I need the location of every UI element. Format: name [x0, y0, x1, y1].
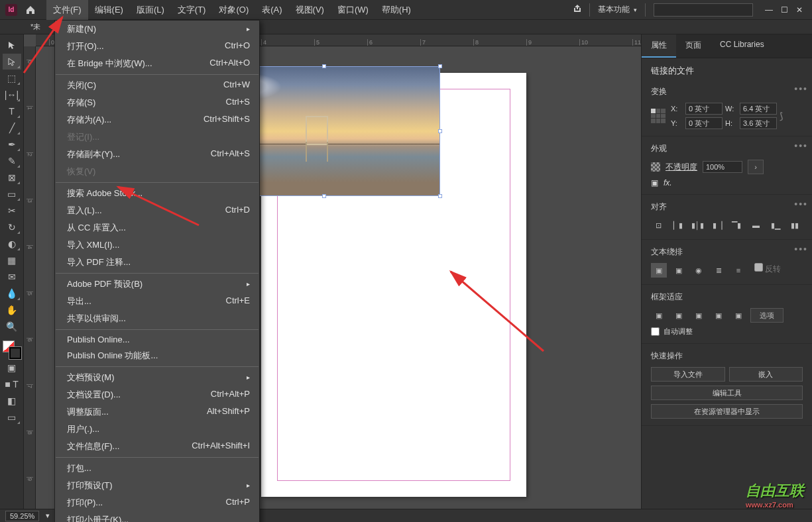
- menu-item[interactable]: Publish Online 功能板...: [55, 347, 259, 364]
- fit-content-icon[interactable]: ▣: [691, 308, 707, 323]
- align-right-icon[interactable]: ▮▕: [709, 218, 725, 233]
- wrap-shape-icon[interactable]: ◉: [691, 263, 707, 278]
- minimize-icon[interactable]: —: [765, 5, 773, 15]
- scissors-tool[interactable]: ✂: [3, 203, 21, 219]
- maximize-icon[interactable]: ☐: [781, 5, 788, 15]
- tab-pages[interactable]: 页面: [676, 34, 711, 58]
- more-options-icon[interactable]: •••: [794, 83, 808, 94]
- document-tab[interactable]: *未: [24, 20, 47, 34]
- apply-color-icon[interactable]: ■ T: [3, 376, 21, 392]
- menu-item[interactable]: 调整版面...Alt+Shift+P: [55, 403, 259, 421]
- align-left-icon[interactable]: ▏▮: [670, 218, 685, 233]
- screen-mode-icon[interactable]: ▭: [3, 409, 21, 425]
- align-vcenter-icon[interactable]: ▬: [748, 218, 764, 233]
- opacity-input[interactable]: [703, 161, 742, 173]
- menu-item[interactable]: 文件信息(F)...Ctrl+Alt+Shift+I: [55, 438, 259, 455]
- reference-point-widget[interactable]: [651, 109, 666, 123]
- zoom-level[interactable]: 59.25%: [5, 511, 39, 521]
- menu-item[interactable]: 打印预设(T): [55, 477, 259, 494]
- menu-item[interactable]: 打印小册子(K)...: [55, 511, 259, 522]
- gap-tool[interactable]: |↔|: [3, 87, 21, 103]
- fitting-options-button[interactable]: 选项: [750, 308, 783, 323]
- menu-表[interactable]: 表(A): [255, 0, 288, 20]
- edit-tool-button[interactable]: 编辑工具: [651, 386, 803, 400]
- fill-stroke-swatches[interactable]: [3, 340, 21, 359]
- note-tool[interactable]: ✉: [3, 269, 21, 285]
- search-field[interactable]: [654, 3, 753, 17]
- share-icon[interactable]: [565, 3, 589, 16]
- menu-item[interactable]: Publish Online...: [55, 332, 259, 347]
- w-input[interactable]: [740, 103, 777, 115]
- fit-center-icon[interactable]: ▣: [730, 308, 746, 323]
- menu-版面[interactable]: 版面(L): [130, 0, 171, 20]
- menu-item[interactable]: 在 Bridge 中浏览(W)...Ctrl+Alt+O: [55, 55, 259, 72]
- menu-item[interactable]: 置入(L)...Ctrl+D: [55, 202, 259, 219]
- wrap-jump-icon[interactable]: ≣: [711, 263, 726, 278]
- menu-item[interactable]: 新建(N): [55, 21, 259, 38]
- zoom-tool[interactable]: 🔍: [3, 319, 21, 335]
- menu-文件[interactable]: 文件(F): [46, 0, 88, 20]
- menu-item[interactable]: 搜索 Adobe Stock...: [55, 185, 259, 202]
- tab-properties[interactable]: 属性: [642, 34, 676, 58]
- menu-item[interactable]: 文档预设(M): [55, 369, 259, 386]
- tab-cc-libraries[interactable]: CC Libraries: [711, 34, 774, 58]
- align-top-icon[interactable]: ▔▮: [729, 218, 744, 233]
- type-tool[interactable]: T: [3, 103, 21, 119]
- menu-帮助[interactable]: 帮助(H): [375, 0, 418, 20]
- align-frame-icon[interactable]: ⊡: [651, 218, 666, 233]
- fit-frame-icon[interactable]: ▣: [711, 308, 726, 323]
- menu-窗口[interactable]: 窗口(W): [331, 0, 375, 20]
- menu-item[interactable]: 打开(O)...Ctrl+O: [55, 38, 259, 55]
- menu-item[interactable]: 导入 PDF 注释...: [55, 254, 259, 271]
- rectangle-tool[interactable]: ▭: [3, 186, 21, 202]
- menu-对象[interactable]: 对象(O): [212, 0, 255, 20]
- workspace-switcher[interactable]: 基本功能 ▾: [589, 3, 646, 17]
- menu-文字[interactable]: 文字(T): [171, 0, 213, 20]
- reveal-in-explorer-button[interactable]: 在资源管理器中显示: [651, 404, 803, 419]
- fx-target-icon[interactable]: ▣: [651, 178, 658, 187]
- menu-item[interactable]: 存储副本(Y)...Ctrl+Alt+S: [55, 146, 259, 163]
- pen-tool[interactable]: ✒: [3, 136, 21, 152]
- menu-视图[interactable]: 视图(V): [289, 0, 331, 20]
- more-options-icon[interactable]: •••: [794, 244, 808, 254]
- wrap-none-icon[interactable]: ▣: [651, 263, 667, 278]
- menu-item[interactable]: 共享以供审阅...: [55, 310, 259, 327]
- wrap-bbox-icon[interactable]: ▣: [671, 263, 687, 278]
- y-input[interactable]: [685, 117, 723, 129]
- menu-item[interactable]: 存储(S)Ctrl+S: [55, 94, 259, 111]
- hand-tool[interactable]: ✋: [3, 302, 21, 318]
- x-input[interactable]: [685, 103, 723, 115]
- more-options-icon[interactable]: •••: [794, 140, 808, 151]
- more-options-icon[interactable]: •••: [794, 199, 808, 209]
- auto-fit-checkbox[interactable]: [651, 327, 660, 336]
- menu-item[interactable]: 打包...: [55, 460, 259, 477]
- embed-button[interactable]: 嵌入: [729, 367, 803, 382]
- menu-编辑[interactable]: 编辑(E): [88, 0, 130, 20]
- menu-item[interactable]: 打印(P)...Ctrl+P: [55, 494, 259, 511]
- fit-prop-icon[interactable]: ▣: [671, 308, 687, 323]
- menu-item[interactable]: 导入 XML(I)...: [55, 236, 259, 254]
- pencil-tool[interactable]: ✎: [3, 153, 21, 169]
- align-hcenter-icon[interactable]: ▮│▮: [690, 218, 705, 233]
- default-fill-stroke-icon[interactable]: ◧: [3, 393, 21, 409]
- wrap-jumpcol-icon[interactable]: ≡: [730, 263, 746, 278]
- document-page[interactable]: [261, 73, 526, 497]
- close-icon[interactable]: ✕: [796, 5, 803, 15]
- rectangle-frame-tool[interactable]: ⊠: [3, 170, 21, 185]
- selection-tool[interactable]: [3, 37, 21, 53]
- menu-item[interactable]: Adobe PDF 预设(B): [55, 276, 259, 293]
- gradient-swatch-tool[interactable]: ◐: [3, 236, 21, 252]
- fit-fill-icon[interactable]: ▣: [651, 308, 667, 323]
- menu-item[interactable]: 从 CC 库置入...: [55, 219, 259, 236]
- format-container-icon[interactable]: ▣: [3, 360, 21, 376]
- constrain-icon[interactable]: ⟆: [780, 111, 793, 121]
- free-transform-tool[interactable]: ↻: [3, 219, 21, 235]
- opacity-dropdown-icon[interactable]: ›: [748, 160, 764, 174]
- menu-item[interactable]: 导出...Ctrl+E: [55, 293, 259, 310]
- menu-item[interactable]: 用户(.)...: [55, 421, 259, 438]
- distribute-icon[interactable]: ▮▮: [787, 218, 803, 233]
- menu-item[interactable]: 存储为(A)...Ctrl+Shift+S: [55, 111, 259, 129]
- home-icon[interactable]: [24, 3, 37, 17]
- menu-item[interactable]: 关闭(C)Ctrl+W: [55, 77, 259, 94]
- direct-selection-tool[interactable]: [3, 54, 21, 70]
